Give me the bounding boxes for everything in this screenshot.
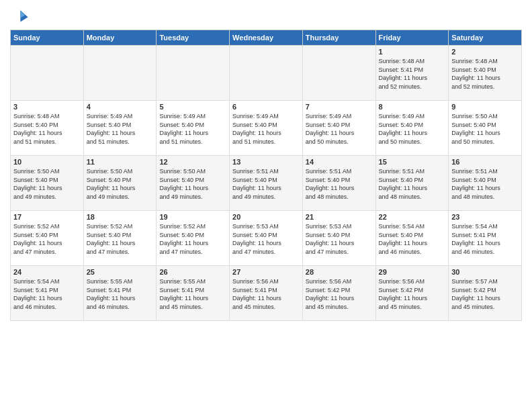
- calendar-cell: [83, 46, 157, 101]
- day-number: 28: [306, 268, 373, 276]
- day-info: Sunrise: 5:48 AM Sunset: 5:41 PM Dayligh…: [379, 57, 446, 91]
- day-number: 14: [306, 158, 373, 166]
- calendar-cell: 19Sunrise: 5:52 AM Sunset: 5:40 PM Dayli…: [157, 211, 230, 266]
- day-info: Sunrise: 5:51 AM Sunset: 5:40 PM Dayligh…: [451, 167, 519, 201]
- day-number: 20: [232, 213, 300, 221]
- day-info: Sunrise: 5:49 AM Sunset: 5:40 PM Dayligh…: [379, 112, 446, 146]
- calendar-cell: [11, 46, 84, 101]
- calendar-cell: 21Sunrise: 5:53 AM Sunset: 5:40 PM Dayli…: [302, 211, 375, 266]
- calendar-cell: 22Sunrise: 5:54 AM Sunset: 5:40 PM Dayli…: [375, 211, 449, 266]
- calendar-cell: 14Sunrise: 5:51 AM Sunset: 5:40 PM Dayli…: [302, 156, 375, 211]
- calendar-cell: 25Sunrise: 5:55 AM Sunset: 5:41 PM Dayli…: [83, 266, 157, 321]
- calendar-cell: 11Sunrise: 5:50 AM Sunset: 5:40 PM Dayli…: [83, 156, 157, 211]
- day-number: 12: [159, 158, 226, 166]
- day-info: Sunrise: 5:54 AM Sunset: 5:41 PM Dayligh…: [451, 222, 519, 256]
- logo-icon: [10, 7, 29, 26]
- day-header-monday: Monday: [83, 30, 157, 46]
- day-info: Sunrise: 5:54 AM Sunset: 5:41 PM Dayligh…: [13, 277, 81, 311]
- day-number: 2: [451, 48, 519, 56]
- day-info: Sunrise: 5:55 AM Sunset: 5:41 PM Dayligh…: [87, 277, 154, 311]
- calendar-cell: 26Sunrise: 5:55 AM Sunset: 5:41 PM Dayli…: [157, 266, 230, 321]
- calendar-cell: 1Sunrise: 5:48 AM Sunset: 5:41 PM Daylig…: [375, 46, 449, 101]
- calendar-cell: 27Sunrise: 5:56 AM Sunset: 5:41 PM Dayli…: [230, 266, 303, 321]
- day-info: Sunrise: 5:51 AM Sunset: 5:40 PM Dayligh…: [232, 167, 300, 201]
- day-number: 21: [306, 213, 373, 221]
- calendar-cell: 10Sunrise: 5:50 AM Sunset: 5:40 PM Dayli…: [11, 156, 84, 211]
- day-number: 24: [13, 268, 81, 276]
- day-number: 5: [159, 103, 226, 111]
- day-info: Sunrise: 5:53 AM Sunset: 5:40 PM Dayligh…: [232, 222, 300, 256]
- calendar-cell: 30Sunrise: 5:57 AM Sunset: 5:42 PM Dayli…: [449, 266, 522, 321]
- day-number: 15: [379, 158, 446, 166]
- day-info: Sunrise: 5:51 AM Sunset: 5:40 PM Dayligh…: [379, 167, 446, 201]
- calendar-cell: [230, 46, 303, 101]
- day-header-tuesday: Tuesday: [157, 30, 230, 46]
- day-number: 10: [13, 158, 81, 166]
- day-info: Sunrise: 5:50 AM Sunset: 5:40 PM Dayligh…: [13, 167, 81, 201]
- week-row-4: 24Sunrise: 5:54 AM Sunset: 5:41 PM Dayli…: [11, 266, 522, 321]
- week-row-0: 1Sunrise: 5:48 AM Sunset: 5:41 PM Daylig…: [11, 46, 522, 101]
- calendar-body: 1Sunrise: 5:48 AM Sunset: 5:41 PM Daylig…: [11, 46, 522, 321]
- calendar-cell: 3Sunrise: 5:48 AM Sunset: 5:40 PM Daylig…: [11, 101, 84, 156]
- day-info: Sunrise: 5:48 AM Sunset: 5:40 PM Dayligh…: [13, 112, 81, 146]
- calendar-cell: 8Sunrise: 5:49 AM Sunset: 5:40 PM Daylig…: [375, 101, 449, 156]
- logo: [10, 7, 32, 26]
- day-number: 16: [451, 158, 519, 166]
- calendar-cell: 15Sunrise: 5:51 AM Sunset: 5:40 PM Dayli…: [375, 156, 449, 211]
- calendar-cell: 20Sunrise: 5:53 AM Sunset: 5:40 PM Dayli…: [230, 211, 303, 266]
- calendar-cell: 17Sunrise: 5:52 AM Sunset: 5:40 PM Dayli…: [11, 211, 84, 266]
- week-row-3: 17Sunrise: 5:52 AM Sunset: 5:40 PM Dayli…: [11, 211, 522, 266]
- day-number: 22: [379, 213, 446, 221]
- header: [10, 7, 522, 26]
- day-info: Sunrise: 5:56 AM Sunset: 5:42 PM Dayligh…: [379, 277, 446, 311]
- page: SundayMondayTuesdayWednesdayThursdayFrid…: [0, 0, 532, 328]
- week-row-2: 10Sunrise: 5:50 AM Sunset: 5:40 PM Dayli…: [11, 156, 522, 211]
- day-number: 4: [87, 103, 154, 111]
- calendar-cell: 29Sunrise: 5:56 AM Sunset: 5:42 PM Dayli…: [375, 266, 449, 321]
- header-row: SundayMondayTuesdayWednesdayThursdayFrid…: [11, 30, 522, 46]
- day-header-wednesday: Wednesday: [230, 30, 303, 46]
- calendar-table: SundayMondayTuesdayWednesdayThursdayFrid…: [10, 30, 522, 321]
- day-header-saturday: Saturday: [449, 30, 522, 46]
- day-info: Sunrise: 5:56 AM Sunset: 5:42 PM Dayligh…: [306, 277, 373, 311]
- day-number: 27: [232, 268, 300, 276]
- day-info: Sunrise: 5:49 AM Sunset: 5:40 PM Dayligh…: [232, 112, 300, 146]
- day-number: 18: [87, 213, 154, 221]
- day-header-thursday: Thursday: [302, 30, 375, 46]
- day-number: 7: [306, 103, 373, 111]
- calendar-cell: 4Sunrise: 5:49 AM Sunset: 5:40 PM Daylig…: [83, 101, 157, 156]
- day-number: 8: [379, 103, 446, 111]
- calendar-cell: 18Sunrise: 5:52 AM Sunset: 5:40 PM Dayli…: [83, 211, 157, 266]
- day-number: 29: [379, 268, 446, 276]
- calendar-cell: 12Sunrise: 5:50 AM Sunset: 5:40 PM Dayli…: [157, 156, 230, 211]
- calendar-cell: 28Sunrise: 5:56 AM Sunset: 5:42 PM Dayli…: [302, 266, 375, 321]
- calendar-cell: 6Sunrise: 5:49 AM Sunset: 5:40 PM Daylig…: [230, 101, 303, 156]
- day-number: 3: [13, 103, 81, 111]
- day-number: 11: [87, 158, 154, 166]
- day-number: 17: [13, 213, 81, 221]
- calendar-cell: [157, 46, 230, 101]
- day-info: Sunrise: 5:57 AM Sunset: 5:42 PM Dayligh…: [451, 277, 519, 311]
- day-info: Sunrise: 5:55 AM Sunset: 5:41 PM Dayligh…: [159, 277, 226, 311]
- day-info: Sunrise: 5:49 AM Sunset: 5:40 PM Dayligh…: [87, 112, 154, 146]
- day-info: Sunrise: 5:49 AM Sunset: 5:40 PM Dayligh…: [306, 112, 373, 146]
- calendar-cell: [302, 46, 375, 101]
- calendar-cell: 13Sunrise: 5:51 AM Sunset: 5:40 PM Dayli…: [230, 156, 303, 211]
- day-number: 19: [159, 213, 226, 221]
- day-info: Sunrise: 5:50 AM Sunset: 5:40 PM Dayligh…: [87, 167, 154, 201]
- day-info: Sunrise: 5:54 AM Sunset: 5:40 PM Dayligh…: [379, 222, 446, 256]
- day-info: Sunrise: 5:49 AM Sunset: 5:40 PM Dayligh…: [159, 112, 226, 146]
- day-number: 1: [379, 48, 446, 56]
- calendar-cell: 7Sunrise: 5:49 AM Sunset: 5:40 PM Daylig…: [302, 101, 375, 156]
- day-info: Sunrise: 5:50 AM Sunset: 5:40 PM Dayligh…: [451, 112, 519, 146]
- day-number: 30: [451, 268, 519, 276]
- day-header-sunday: Sunday: [11, 30, 84, 46]
- calendar-cell: 5Sunrise: 5:49 AM Sunset: 5:40 PM Daylig…: [157, 101, 230, 156]
- week-row-1: 3Sunrise: 5:48 AM Sunset: 5:40 PM Daylig…: [11, 101, 522, 156]
- day-header-friday: Friday: [375, 30, 449, 46]
- day-number: 25: [87, 268, 154, 276]
- calendar-cell: 9Sunrise: 5:50 AM Sunset: 5:40 PM Daylig…: [449, 101, 522, 156]
- calendar-cell: 23Sunrise: 5:54 AM Sunset: 5:41 PM Dayli…: [449, 211, 522, 266]
- day-info: Sunrise: 5:48 AM Sunset: 5:40 PM Dayligh…: [451, 57, 519, 91]
- day-info: Sunrise: 5:53 AM Sunset: 5:40 PM Dayligh…: [306, 222, 373, 256]
